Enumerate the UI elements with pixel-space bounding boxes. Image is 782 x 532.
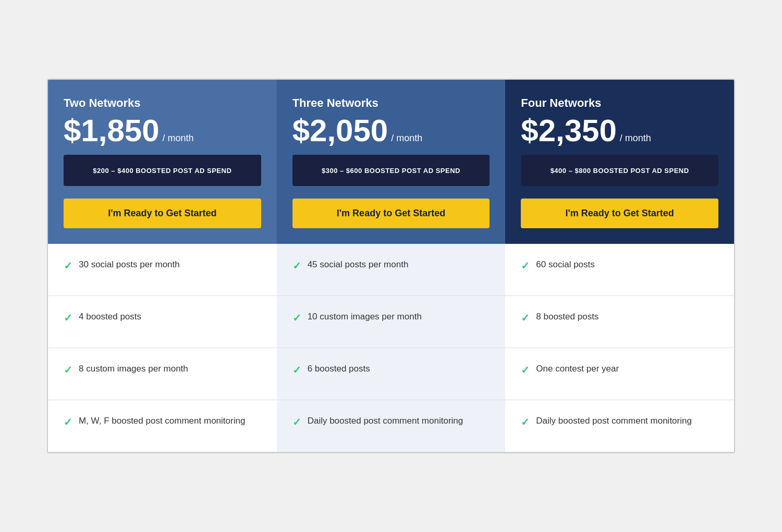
check-icon-row0-col2: ✓	[521, 259, 530, 272]
feature-text-row3-col2: Daily boosted post comment monitoring	[536, 415, 692, 427]
feature-cell-row2-col0: ✓ 8 custom images per month	[48, 348, 277, 400]
feature-cell-row3-col1: ✓ Daily boosted post comment monitoring	[277, 400, 506, 452]
check-icon-row0-col1: ✓	[292, 259, 301, 272]
check-icon-row2-col2: ✓	[521, 364, 530, 376]
ad-spend-badge-three-networks: $300 – $600 BOOSTED POST AD SPEND	[292, 155, 490, 186]
pricing-table: Two Networks $1,850 / month $200 – $400 …	[47, 79, 735, 453]
price-amount-three-networks: $2,050	[292, 115, 388, 146]
plan-header-three-networks: Three Networks $2,050 / month $300 – $60…	[277, 80, 506, 244]
price-amount-four-networks: $2,350	[521, 115, 617, 146]
feature-cell-row1-col1: ✓ 10 custom images per month	[277, 296, 506, 348]
feature-text-row1-col2: 8 boosted posts	[536, 311, 598, 323]
cta-button-four-networks[interactable]: I'm Ready to Get Started	[521, 199, 718, 228]
price-period-three-networks: / month	[391, 133, 422, 144]
feature-cell-row0-col0: ✓ 30 social posts per month	[48, 244, 277, 296]
price-row-two-networks: $1,850 / month	[64, 115, 261, 146]
feature-cell-row0-col2: ✓ 60 social posts	[505, 244, 734, 296]
plan-header-four-networks: Four Networks $2,350 / month $400 – $800…	[505, 80, 734, 244]
check-icon-row0-col0: ✓	[64, 259, 72, 272]
plan-header-two-networks: Two Networks $1,850 / month $200 – $400 …	[48, 80, 277, 244]
feature-text-row1-col1: 10 custom images per month	[308, 311, 422, 323]
pricing-features: ✓ 30 social posts per month ✓ 45 social …	[48, 244, 734, 452]
plan-title-two-networks: Two Networks	[64, 96, 261, 110]
pricing-header: Two Networks $1,850 / month $200 – $400 …	[48, 80, 734, 244]
ad-spend-badge-two-networks: $200 – $400 BOOSTED POST AD SPEND	[64, 155, 261, 186]
feature-text-row2-col0: 8 custom images per month	[79, 363, 188, 375]
price-amount-two-networks: $1,850	[64, 115, 160, 146]
feature-text-row3-col1: Daily boosted post comment monitoring	[308, 415, 463, 427]
check-icon-row1-col2: ✓	[521, 312, 530, 324]
feature-text-row3-col0: M, W, F boosted post comment monitoring	[79, 415, 245, 427]
ad-spend-badge-four-networks: $400 – $800 BOOSTED POST AD SPEND	[521, 155, 718, 186]
check-icon-row1-col0: ✓	[64, 312, 72, 324]
feature-text-row2-col1: 6 boosted posts	[308, 363, 370, 375]
check-icon-row3-col2: ✓	[521, 416, 530, 428]
feature-text-row0-col1: 45 social posts per month	[308, 258, 409, 271]
feature-cell-row0-col1: ✓ 45 social posts per month	[277, 244, 506, 296]
price-row-four-networks: $2,350 / month	[521, 115, 718, 146]
check-icon-row3-col0: ✓	[64, 416, 72, 428]
feature-text-row2-col2: One contest per year	[536, 363, 619, 375]
feature-cell-row2-col2: ✓ One contest per year	[505, 348, 734, 400]
feature-text-row0-col0: 30 social posts per month	[79, 258, 180, 271]
cta-button-two-networks[interactable]: I'm Ready to Get Started	[64, 199, 261, 228]
price-period-two-networks: / month	[163, 133, 194, 144]
plan-title-three-networks: Three Networks	[292, 96, 490, 110]
feature-text-row0-col2: 60 social posts	[536, 258, 594, 271]
feature-cell-row2-col1: ✓ 6 boosted posts	[277, 348, 506, 400]
check-icon-row2-col0: ✓	[64, 364, 72, 376]
cta-button-three-networks[interactable]: I'm Ready to Get Started	[292, 199, 490, 228]
feature-cell-row3-col2: ✓ Daily boosted post comment monitoring	[505, 400, 734, 452]
price-period-four-networks: / month	[620, 133, 651, 144]
feature-cell-row1-col0: ✓ 4 boosted posts	[48, 296, 277, 348]
check-icon-row2-col1: ✓	[292, 364, 301, 376]
price-row-three-networks: $2,050 / month	[292, 115, 490, 146]
feature-cell-row3-col0: ✓ M, W, F boosted post comment monitorin…	[48, 400, 277, 452]
check-icon-row3-col1: ✓	[292, 416, 301, 428]
plan-title-four-networks: Four Networks	[521, 96, 718, 110]
feature-text-row1-col0: 4 boosted posts	[79, 311, 141, 323]
check-icon-row1-col1: ✓	[292, 312, 301, 324]
feature-cell-row1-col2: ✓ 8 boosted posts	[505, 296, 734, 348]
